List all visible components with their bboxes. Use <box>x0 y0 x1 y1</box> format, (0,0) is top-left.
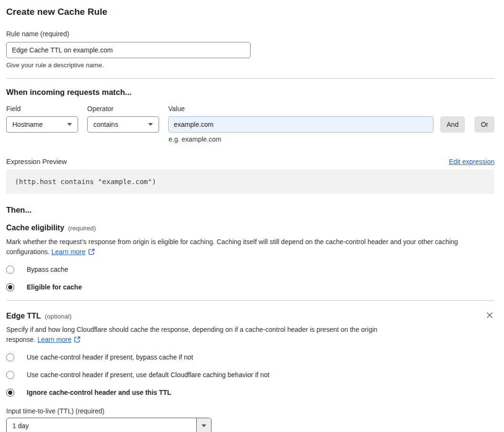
cache-eligibility-options: Bypass cache Eligible for cache <box>6 265 494 291</box>
field-select-value: Hostname <box>12 121 43 128</box>
external-link-icon <box>88 248 95 258</box>
radio-unselected-icon[interactable] <box>6 371 14 379</box>
expression-preview-label: Expression Preview <box>6 158 67 165</box>
value-helper: e.g. example.com <box>169 135 494 144</box>
external-link-icon <box>74 336 81 346</box>
expression-preview-code: (http.host contains "example.com") <box>6 169 494 194</box>
ttl-select[interactable]: 1 day <box>6 418 212 432</box>
section-divider <box>6 300 494 301</box>
operator-label: Operator <box>87 104 159 113</box>
learn-more-link[interactable]: Learn more <box>51 248 86 256</box>
radio-option-use-header-default[interactable]: Use cache-control header if present, use… <box>6 370 494 379</box>
chevron-down-icon[interactable] <box>196 418 211 432</box>
radio-option-use-header-bypass[interactable]: Use cache-control header if present, byp… <box>6 353 494 361</box>
cache-eligibility-heading: Cache eligibility <box>6 223 64 233</box>
field-select[interactable]: Hostname <box>6 116 78 133</box>
cache-eligibility-description: Mark whether the request’s response from… <box>6 237 494 258</box>
radio-option-bypass-cache[interactable]: Bypass cache <box>6 265 494 274</box>
radio-selected-icon[interactable] <box>6 389 14 397</box>
radio-option-ignore-header-use-ttl[interactable]: Ignore cache-control header and use this… <box>6 388 494 397</box>
or-button[interactable]: Or <box>474 116 494 133</box>
ttl-select-value: 1 day <box>7 418 196 432</box>
operator-select-value: contains <box>93 121 118 128</box>
radio-option-label: Use cache-control header if present, use… <box>27 370 270 379</box>
ttl-input-label: Input time-to-live (TTL) (required) <box>6 407 494 415</box>
learn-more-link[interactable]: Learn more <box>37 336 71 343</box>
match-row: Field Hostname Operator contains Value A… <box>6 104 494 133</box>
edge-ttl-qualifier: (optional) <box>45 313 71 320</box>
close-icon[interactable] <box>486 311 494 319</box>
field-label: Field <box>6 104 78 113</box>
chevron-down-icon <box>148 123 153 126</box>
page-title: Create new Cache Rule <box>6 6 494 18</box>
radio-option-label: Use cache-control header if present, byp… <box>27 353 193 361</box>
radio-option-label: Bypass cache <box>27 265 68 274</box>
then-heading: Then... <box>6 205 494 215</box>
edge-ttl-description: Specify if and how long Cloudflare shoul… <box>6 325 406 346</box>
edge-ttl-options: Use cache-control header if present, byp… <box>6 353 494 397</box>
rule-name-input[interactable] <box>6 42 251 58</box>
cache-eligibility-qualifier: (required) <box>68 225 96 232</box>
radio-option-label: Eligible for cache <box>27 283 82 291</box>
and-button[interactable]: And <box>440 116 465 133</box>
section-divider <box>6 78 494 79</box>
rule-name-helper: Give your rule a descriptive name. <box>6 61 494 70</box>
value-label: Value <box>168 104 433 113</box>
radio-unselected-icon[interactable] <box>6 266 14 274</box>
radio-unselected-icon[interactable] <box>6 353 14 361</box>
radio-selected-icon[interactable] <box>6 283 14 291</box>
radio-option-label: Ignore cache-control header and use this… <box>27 388 171 397</box>
rule-name-label: Rule name (required) <box>6 30 494 38</box>
match-heading: When incoming requests match... <box>6 87 494 97</box>
edit-expression-link[interactable]: Edit expression <box>449 158 494 165</box>
edge-ttl-heading: Edge TTL <box>6 311 41 321</box>
operator-select[interactable]: contains <box>87 116 159 133</box>
radio-option-eligible-for-cache[interactable]: Eligible for cache <box>6 283 494 291</box>
chevron-down-icon <box>67 123 72 126</box>
value-input[interactable] <box>168 116 433 133</box>
